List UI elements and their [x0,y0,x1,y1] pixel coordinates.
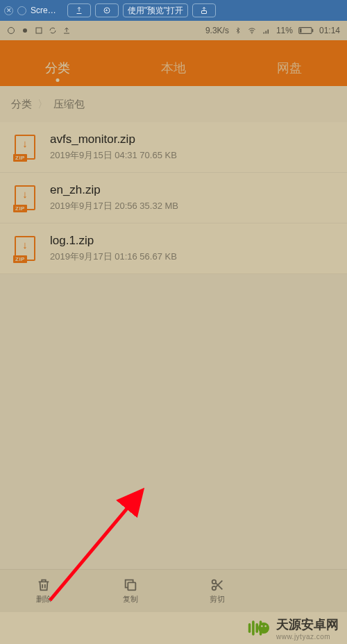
zip-file-icon: ZIP [10,132,40,162]
window-title: Scre… [31,6,56,15]
crumb-archives[interactable]: 压缩包 [52,95,86,114]
battery-percent: 11% [276,26,293,35]
copy-icon [123,577,138,593]
android-statusbar: 9.3K/s 11% 01:14 [0,21,347,40]
bluetooth-icon [235,26,242,35]
clock: 01:14 [319,26,340,35]
svg-point-16 [258,622,269,634]
network-speed: 9.3K/s [205,26,229,35]
svg-rect-9 [128,582,135,590]
svg-rect-14 [255,623,258,633]
tab-local[interactable]: 本地 [116,60,232,86]
svg-point-2 [8,28,15,34]
file-name: avfs_monitor.zip [50,133,336,146]
file-meta: 2019年9月15日 04:31 70.65 KB [50,149,336,162]
svg-rect-1 [202,11,207,14]
file-name: en_zh.zip [50,183,336,197]
delete-button[interactable]: 删除 [0,570,87,612]
breadcrumb: 分类 〉 压缩包 [0,86,347,122]
tab-cloud[interactable]: 网盘 [231,60,347,86]
record-icon [21,26,29,35]
file-meta: 2019年9月17日 01:16 56.67 KB [50,251,336,263]
watermark: 天源安卓网 www.jytyaz.com [0,612,347,644]
bottom-toolbar: 删除 复制 剪切 [0,569,347,612]
svg-rect-8 [300,28,301,33]
file-list: ZIP avfs_monitor.zip 2019年9月15日 04:31 70… [0,122,347,274]
svg-rect-7 [312,29,313,32]
file-name: log.1.zip [50,234,336,248]
app-header-tabs: 分类 本地 网盘 [0,40,347,86]
file-item[interactable]: ZIP log.1.zip 2019年9月17日 01:16 56.67 KB [0,223,347,274]
minimize-icon[interactable] [17,6,26,15]
export-button[interactable] [192,3,216,17]
file-meta: 2019年9月17日 20:56 35.32 MB [50,200,336,212]
cut-label: 剪切 [210,594,225,604]
share-button[interactable] [67,3,91,17]
svg-rect-12 [248,623,251,633]
watermark-url: www.jytyaz.com [276,633,339,641]
file-item[interactable]: ZIP en_zh.zip 2019年9月17日 20:56 35.32 MB [0,173,347,223]
svg-point-18 [264,625,266,627]
open-with-preview-button[interactable]: 使用"预览"打开 [123,3,189,17]
zip-file-icon: ZIP [10,183,40,213]
mac-titlebar: ✕ Scre… 使用"预览"打开 [0,0,347,21]
sync-icon [49,26,57,35]
zip-file-icon: ZIP [10,233,40,264]
message-icon [7,26,15,35]
copy-label: 复制 [123,594,138,604]
wifi-icon [247,26,257,35]
svg-point-5 [251,33,253,34]
tab-category[interactable]: 分类 [0,60,116,86]
delete-label: 删除 [36,594,51,604]
chevron-right-icon: 〉 [37,98,48,111]
signal-icon [262,26,271,35]
svg-rect-4 [36,28,42,33]
svg-point-17 [261,625,262,627]
crumb-category[interactable]: 分类 [10,95,33,114]
svg-point-3 [23,28,27,33]
cut-button[interactable]: 剪切 [174,570,260,612]
scissors-icon [210,577,225,593]
watermark-title: 天源安卓网 [276,616,339,633]
markup-button[interactable] [95,3,119,17]
svg-rect-13 [252,620,255,635]
battery-icon [298,26,314,35]
copy-button[interactable]: 复制 [87,570,174,612]
file-item[interactable]: ZIP avfs_monitor.zip 2019年9月15日 04:31 70… [0,122,347,173]
trash-icon [36,577,51,593]
close-icon[interactable]: ✕ [4,6,13,15]
watermark-logo-icon [247,617,269,639]
screenshot-icon [35,26,43,35]
phone-screenshot: 9.3K/s 11% 01:14 分类 本地 网盘 分类 〉 压缩包 ZIP a… [0,21,347,644]
upload-icon [62,26,71,35]
